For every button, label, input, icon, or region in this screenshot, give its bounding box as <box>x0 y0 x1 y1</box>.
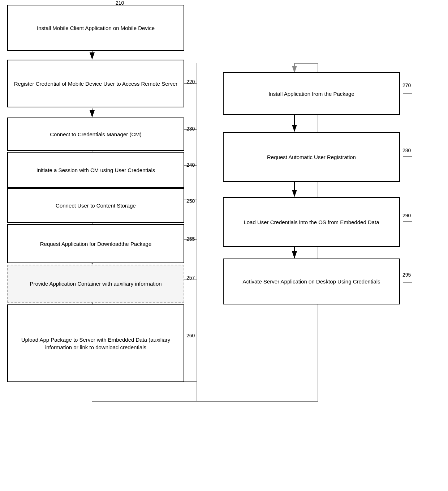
box-260: Upload App Package to Server with Embedd… <box>7 304 184 382</box>
label-280: 280 <box>402 148 411 153</box>
label-230: 230 <box>186 126 195 132</box>
box-290: Load User Credentials into the OS from E… <box>223 197 400 247</box>
box-255: Request Application for Downloadthe Pack… <box>7 224 184 263</box>
label-270: 270 <box>402 82 411 88</box>
label-257: 257 <box>186 275 195 281</box>
box-210: Install Mobile Client Application on Mob… <box>7 5 184 51</box>
label-210: 210 <box>116 0 124 6</box>
box-280: Request Automatic User Registration <box>223 132 400 182</box>
label-290: 290 <box>402 213 411 218</box>
label-260: 260 <box>186 333 195 338</box>
diagram-container: Install Mobile Client Application on Mob… <box>0 0 448 491</box>
box-250: Connect User to Content Storage <box>7 188 184 223</box>
label-255: 255 <box>186 236 195 242</box>
box-257: Provide Application Container with auxil… <box>7 265 184 303</box>
label-240: 240 <box>186 162 195 168</box>
box-220: Register Credential of Mobile Device Use… <box>7 60 184 107</box>
label-220: 220 <box>186 79 195 85</box>
box-295: Activate Server Application on Desktop U… <box>223 259 400 304</box>
box-230: Connect to Credentials Manager (CM) <box>7 118 184 151</box>
label-295: 295 <box>402 272 411 278</box>
label-250: 250 <box>186 198 195 204</box>
box-270: Install Application from the Package <box>223 72 400 115</box>
box-240: Initiate a Session with CM using User Cr… <box>7 152 184 188</box>
